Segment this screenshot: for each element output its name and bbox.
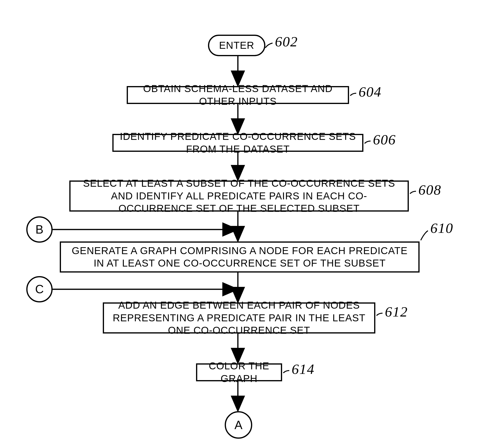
connector-a: A	[225, 411, 252, 439]
ref-606: 606	[373, 131, 396, 148]
connector-b: B	[26, 216, 53, 243]
connC-text: C	[35, 282, 44, 296]
connector-c: C	[26, 276, 53, 303]
process-608: SELECT AT LEAST A SUBSET OF THE CO-OCCUR…	[69, 180, 409, 211]
ref-608: 608	[418, 182, 441, 198]
ref-602: 602	[275, 33, 298, 50]
step608-text: SELECT AT LEAST A SUBSET OF THE CO-OCCUR…	[75, 177, 403, 215]
step610-text: GENERATE A GRAPH COMPRISING A NODE FOR E…	[66, 245, 414, 270]
process-604: OBTAIN SCHEMA-LESS DATASET AND OTHER INP…	[127, 86, 349, 104]
step604-text: OBTAIN SCHEMA-LESS DATASET AND OTHER INP…	[133, 82, 343, 108]
ref-610: 610	[430, 220, 453, 237]
terminator-enter: ENTER	[208, 35, 265, 56]
process-612: ADD AN EDGE BETWEEN EACH PAIR OF NODES R…	[103, 303, 375, 334]
step612-text: ADD AN EDGE BETWEEN EACH PAIR OF NODES R…	[109, 299, 369, 337]
connB-text: B	[35, 223, 43, 237]
ref-612: 612	[385, 304, 408, 320]
step614-text: COLOR THE GRAPH	[202, 360, 276, 385]
process-610: GENERATE A GRAPH COMPRISING A NODE FOR E…	[60, 241, 420, 272]
ref-604: 604	[359, 84, 382, 100]
connA-text: A	[235, 418, 243, 432]
enter-label: ENTER	[219, 39, 254, 52]
process-606: IDENTIFY PREDICATE CO-OCCURRENCE SETS FR…	[112, 134, 363, 152]
ref-614: 614	[292, 361, 315, 378]
step606-text: IDENTIFY PREDICATE CO-OCCURRENCE SETS FR…	[118, 130, 357, 155]
process-614: COLOR THE GRAPH	[196, 363, 282, 381]
